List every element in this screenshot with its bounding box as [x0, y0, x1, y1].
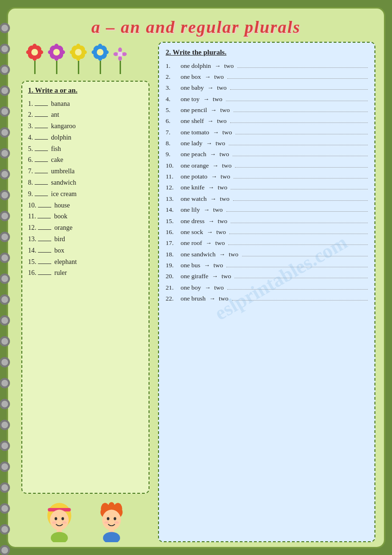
section2-item: 6. one shelf → two [166, 115, 368, 126]
section1-item: 10. house [28, 200, 143, 211]
section2-item: 15. one dress → two [166, 216, 368, 226]
section2-item: 4. one toy → two [166, 94, 368, 104]
svg-point-44 [122, 52, 127, 56]
flower-1 [26, 44, 43, 74]
spiral-binding [0, 23, 10, 555]
svg-point-60 [107, 517, 109, 520]
section2-box: 2. Write the plurals. 1. one dolphin → t… [158, 42, 375, 542]
section1-item: 7. umbrella [28, 166, 143, 177]
svg-point-65 [103, 532, 120, 542]
svg-point-63 [114, 521, 119, 523]
section2-title: 2. Write the plurals. [166, 48, 368, 56]
section2-item: 20. one giraffe → two [166, 271, 368, 282]
svg-point-41 [118, 47, 122, 52]
girl-character [38, 499, 81, 542]
flower-5 [113, 47, 127, 74]
svg-point-29 [75, 49, 82, 56]
section2-item: 21. one boy → two [166, 282, 368, 293]
section2-item: 11. one potato → two [166, 171, 368, 182]
section1-item: 3. kangaroo [28, 121, 143, 132]
boy-character [90, 499, 133, 542]
section2-item: 14. one lily → two [166, 204, 368, 215]
section1-item: 2. ant [28, 109, 143, 121]
flowers-row [21, 44, 149, 74]
section2-item: 10. one orange → two [166, 160, 368, 171]
svg-point-48 [50, 509, 69, 530]
svg-point-52 [62, 521, 66, 523]
svg-point-61 [114, 517, 116, 520]
svg-point-59 [102, 509, 121, 530]
section1-item: 15. elephant [28, 256, 143, 268]
section1-item: 5. fish [28, 143, 143, 155]
section2-item: 5. one pencil → two [166, 104, 368, 115]
section2-item: 19. one bus → two [166, 260, 368, 271]
left-column: 1. Write a or an. 1. banana2. ant3. kang… [21, 42, 149, 542]
section1-item: 4. dolphin [28, 132, 143, 143]
section1-item: 9. ice cream [28, 188, 143, 200]
section2-item: 16. one sock → two [166, 226, 368, 237]
section1-item: 8. sandwich [28, 177, 143, 188]
svg-point-42 [118, 56, 122, 61]
section2-item: 3. one baby → two [166, 82, 368, 93]
svg-point-62 [104, 521, 109, 523]
flower-2 [48, 44, 65, 74]
page-title: a – an and regular plurals [8, 9, 384, 42]
section1-title: 1. Write a or an. [28, 86, 143, 94]
section1-item: 16. ruler [28, 267, 143, 279]
section2-item: 7. one tomato → two [166, 127, 368, 138]
section2-item: 17. one roof → two [166, 237, 368, 248]
notebook-page: a – an and regular plurals eslprintables… [7, 7, 385, 548]
section1-item: 6. cake [28, 154, 143, 166]
section1-item: 11. book [28, 211, 143, 222]
section1-item: 1. banana [28, 98, 143, 110]
characters [21, 499, 149, 542]
section2-item: 1. one dolphin → two [166, 60, 368, 71]
svg-point-49 [55, 517, 57, 520]
section2-item: 13. one watch → two [166, 193, 368, 204]
svg-point-39 [97, 49, 103, 56]
svg-point-43 [113, 52, 118, 56]
svg-point-45 [118, 52, 122, 56]
section1-item: 12. orange [28, 222, 143, 234]
section2-item: 22. one brush → two [166, 293, 368, 304]
flower-4 [92, 44, 109, 74]
svg-point-54 [51, 532, 68, 542]
right-column: 2. Write the plurals. 1. one dolphin → t… [158, 42, 375, 542]
section2-item: 18. one sandwich → two [166, 249, 368, 260]
section2-item: 9. one peach → two [166, 149, 368, 160]
section1-items: 1. banana2. ant3. kangaroo4. dolphin5. f… [28, 98, 143, 279]
section2-item: 12. one knife → two [166, 182, 368, 193]
section2-items: 1. one dolphin → two 2. one box → two 3.… [166, 60, 368, 304]
section1-item: 14. box [28, 245, 143, 256]
svg-point-51 [52, 521, 56, 523]
section2-item: 8. one lady → two [166, 138, 368, 149]
section2-item: 2. one box → two [166, 71, 368, 82]
svg-point-19 [53, 49, 60, 56]
svg-point-9 [31, 49, 38, 56]
section1-item: 13. bird [28, 234, 143, 245]
flower-3 [70, 44, 87, 74]
section1-box: 1. Write a or an. 1. banana2. ant3. kang… [21, 81, 149, 494]
svg-point-50 [62, 517, 64, 520]
